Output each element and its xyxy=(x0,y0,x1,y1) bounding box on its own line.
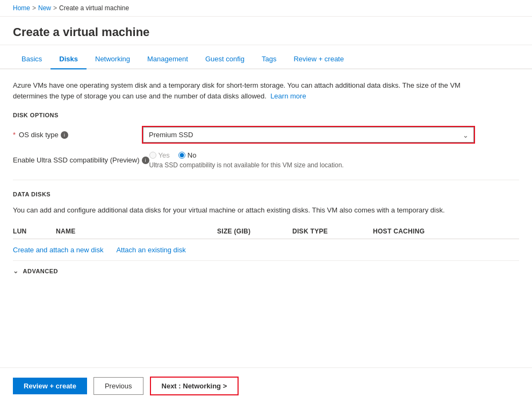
ultra-ssd-no-radio[interactable] xyxy=(178,152,185,159)
next-networking-button[interactable]: Next : Networking > xyxy=(150,377,239,395)
os-disk-type-select[interactable]: Premium SSD Standard SSD Standard HDD xyxy=(143,127,474,143)
tab-basics[interactable]: Basics xyxy=(13,49,51,69)
col-name: NAME xyxy=(56,228,217,235)
create-attach-disk-link[interactable]: Create and attach a new disk xyxy=(13,246,103,254)
ultra-ssd-yes-radio[interactable] xyxy=(149,152,156,159)
os-disk-type-row: * OS disk type i Premium SSD Standard SS… xyxy=(13,126,519,144)
page-title: Create a virtual machine xyxy=(13,25,519,39)
attach-existing-disk-link[interactable]: Attach an existing disk xyxy=(116,246,185,254)
breadcrumb-current: Create a virtual machine xyxy=(59,4,129,12)
previous-button[interactable]: Previous xyxy=(94,377,143,395)
table-links: Create and attach a new disk Attach an e… xyxy=(13,239,519,260)
breadcrumb-sep1: > xyxy=(32,4,36,12)
ultra-ssd-yes-label[interactable]: Yes xyxy=(149,151,170,159)
data-disks-title: DATA DISKS xyxy=(13,191,519,197)
ultra-ssd-controls: Yes No Ultra SSD compatibility is not av… xyxy=(149,151,344,169)
tabs-bar: Basics Disks Networking Management Guest… xyxy=(0,49,532,69)
col-host-caching: HOST CACHING xyxy=(373,228,459,235)
learn-more-link[interactable]: Learn more xyxy=(270,92,306,100)
advanced-toggle[interactable]: ⌄ ADVANCED xyxy=(13,267,519,275)
ultra-ssd-label: Enable Ultra SSD compatibility (Preview)… xyxy=(13,156,149,164)
data-disks-section: DATA DISKS You can add and configure add… xyxy=(13,191,519,260)
col-lun: LUN xyxy=(13,228,56,235)
breadcrumb-sep2: > xyxy=(53,4,57,12)
ultra-ssd-radio-group: Yes No xyxy=(149,151,344,159)
tab-disks[interactable]: Disks xyxy=(51,49,87,69)
disk-options-section: DISK OPTIONS * OS disk type i Premium SS… xyxy=(13,112,519,169)
advanced-title: ADVANCED xyxy=(23,268,59,274)
required-asterisk: * xyxy=(13,131,16,139)
section-divider-1 xyxy=(13,180,519,180)
data-disks-description: You can add and configure additional dat… xyxy=(13,205,475,216)
breadcrumb-home[interactable]: Home xyxy=(13,4,30,12)
os-disk-type-info-icon[interactable]: i xyxy=(61,131,68,139)
tab-guest-config[interactable]: Guest config xyxy=(197,49,253,69)
tab-networking[interactable]: Networking xyxy=(87,49,139,69)
tab-review-create[interactable]: Review + create xyxy=(285,49,353,69)
tab-tags[interactable]: Tags xyxy=(253,49,285,69)
disk-description: Azure VMs have one operating system disk… xyxy=(13,80,475,101)
ultra-ssd-no-label[interactable]: No xyxy=(178,151,197,159)
disk-options-title: DISK OPTIONS xyxy=(13,112,519,118)
page-header: Create a virtual machine xyxy=(0,17,532,45)
breadcrumb: Home > New > Create a virtual machine xyxy=(0,0,532,17)
os-disk-type-label: * OS disk type i xyxy=(13,131,142,139)
footer: Review + create Previous Next : Networki… xyxy=(0,367,532,404)
ultra-ssd-row: Enable Ultra SSD compatibility (Preview)… xyxy=(13,151,519,169)
content-area: Azure VMs have one operating system disk… xyxy=(0,69,532,367)
ultra-ssd-note: Ultra SSD compatibility is not available… xyxy=(149,161,344,169)
col-size: SIZE (GIB) xyxy=(217,228,292,235)
data-disks-table-header: LUN NAME SIZE (GIB) DISK TYPE HOST CACHI… xyxy=(13,224,519,239)
os-disk-type-dropdown-wrapper: Premium SSD Standard SSD Standard HDD ⌄ xyxy=(142,126,475,144)
review-create-button[interactable]: Review + create xyxy=(13,378,87,394)
advanced-section: ⌄ ADVANCED xyxy=(13,260,519,281)
tab-management[interactable]: Management xyxy=(139,49,197,69)
breadcrumb-new[interactable]: New xyxy=(38,4,51,12)
ultra-ssd-info-icon[interactable]: i xyxy=(142,157,149,164)
chevron-down-icon: ⌄ xyxy=(13,267,19,275)
col-disk-type: DISK TYPE xyxy=(292,228,373,235)
